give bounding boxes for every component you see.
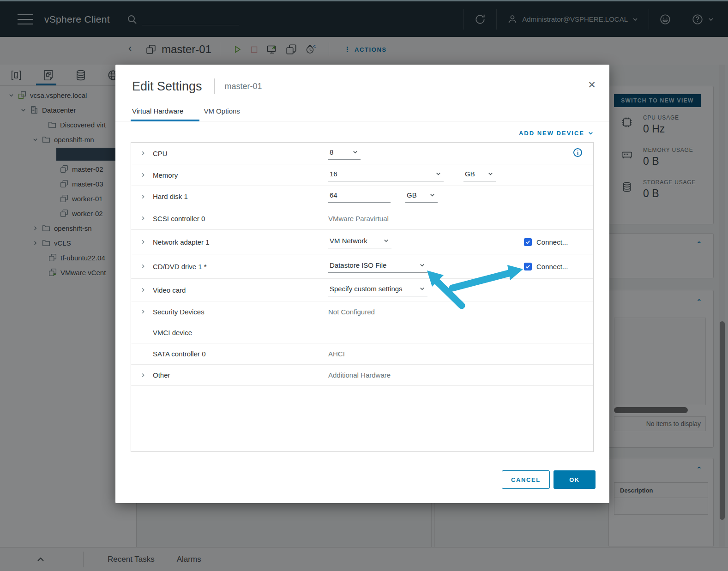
chevron-down-icon (487, 171, 493, 177)
dialog-tabs: Virtual Hardware VM Options (132, 107, 609, 121)
chevron-down-icon (588, 130, 594, 136)
hw-row-network-adapter: Network adapter 1 VM Network Connect... (131, 230, 593, 254)
expand-chevron-icon[interactable] (140, 194, 146, 199)
close-icon[interactable]: ✕ (586, 79, 597, 90)
checkbox-checked-icon (524, 238, 532, 246)
memory-unit-select[interactable]: GB (463, 169, 496, 181)
cddvd-type-select[interactable]: Datastore ISO File (328, 260, 427, 273)
memory-size-select[interactable]: 16 (328, 169, 444, 181)
chevron-down-icon (352, 149, 358, 155)
info-icon[interactable]: i (573, 148, 582, 157)
ok-button[interactable]: OK (554, 470, 596, 489)
hw-row-memory: Memory 16 GB (131, 164, 593, 186)
hw-row-other: Other Additional Hardware (131, 365, 593, 386)
hw-row-cpu: CPU 8 i (131, 143, 593, 164)
cancel-button[interactable]: CANCEL (502, 470, 550, 489)
chevron-down-icon (383, 238, 389, 244)
chevron-down-icon (419, 262, 425, 268)
hw-row-hard-disk: Hard disk 1 GB (131, 186, 593, 207)
hw-row-value: Additional Hardware (328, 371, 391, 379)
video-card-select[interactable]: Specify custom settings (328, 284, 427, 296)
expand-chevron-icon[interactable] (140, 309, 146, 314)
chevron-down-icon (419, 286, 425, 292)
cpu-count-select[interactable]: 8 (328, 147, 361, 160)
chevron-down-icon (435, 171, 441, 177)
title-divider (214, 78, 215, 94)
tab-vm-options[interactable]: VM Options (204, 107, 240, 121)
hw-row-value: Not Configured (328, 308, 375, 316)
hw-row-sata-controller: SATA controller 0 AHCI (131, 343, 593, 365)
cddvd-connect-checkbox[interactable]: Connect... (524, 263, 568, 270)
network-select[interactable]: VM Network (328, 236, 391, 248)
network-connect-checkbox[interactable]: Connect... (524, 238, 568, 246)
expand-chevron-icon[interactable] (140, 373, 146, 378)
hw-row-cddvd-drive: CD/DVD drive 1 * Datastore ISO File Conn… (131, 254, 593, 279)
disk-unit-select[interactable]: GB (405, 190, 438, 203)
dialog-vm-name: master-01 (225, 82, 262, 91)
tab-virtual-hardware[interactable]: Virtual Hardware (132, 107, 183, 121)
add-new-device-button[interactable]: ADD NEW DEVICE (115, 130, 594, 137)
expand-chevron-icon[interactable] (140, 216, 146, 221)
virtual-hardware-table: CPU 8 i Memory 16 (131, 142, 594, 452)
hw-row-scsi-controller: SCSI controller 0 VMware Paravirtual (131, 207, 593, 230)
expand-chevron-icon[interactable] (140, 264, 146, 269)
hw-row-security-devices: Security Devices Not Configured (131, 301, 593, 322)
edit-settings-dialog: ✕ Edit Settings master-01 Virtual Hardwa… (115, 65, 609, 503)
hw-row-vmci-device: VMCI device (131, 322, 593, 343)
expand-chevron-icon[interactable] (140, 287, 146, 293)
hw-row-value: VMware Paravirtual (328, 215, 389, 222)
hw-row-value: AHCI (328, 350, 345, 358)
expand-chevron-icon[interactable] (140, 150, 146, 156)
vsphere-client-app: vSphere Client Administrator@VSPHERE.LOC… (0, 0, 728, 571)
checkbox-checked-icon (524, 263, 532, 270)
chevron-down-icon (429, 192, 435, 198)
active-tab-indicator (131, 120, 199, 121)
disk-size-input[interactable] (328, 190, 391, 203)
hw-row-video-card: Video card Specify custom settings (131, 279, 593, 301)
expand-chevron-icon[interactable] (140, 239, 146, 245)
dialog-title: Edit Settings (132, 79, 202, 94)
expand-chevron-icon[interactable] (140, 172, 146, 178)
